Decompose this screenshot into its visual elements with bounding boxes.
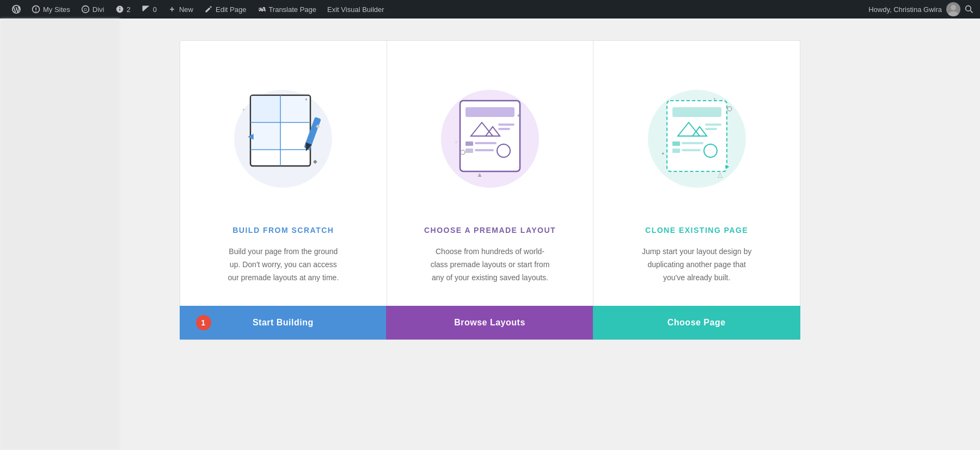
- svg-text:+: +: [455, 139, 458, 145]
- translate-page-label: Translate Page: [268, 5, 316, 14]
- svg-text:+: +: [242, 107, 245, 113]
- svg-rect-23: [465, 107, 514, 117]
- new-label: New: [179, 5, 193, 14]
- svg-text:●: ●: [305, 97, 308, 102]
- svg-text:◀: ◀: [248, 132, 254, 140]
- svg-rect-27: [498, 128, 510, 130]
- svg-text:♦: ♦: [517, 113, 520, 118]
- new-menu[interactable]: New: [162, 0, 199, 19]
- svg-rect-30: [465, 149, 473, 153]
- browse-layouts-label: Browse Layouts: [454, 318, 525, 328]
- divi-label: Divi: [93, 5, 105, 14]
- exit-builder-link[interactable]: Exit Visual Builder: [322, 0, 390, 19]
- card-clone-body: CLONE EXISTING PAGE Jump start your layo…: [593, 226, 800, 306]
- my-sites-label: My Sites: [43, 5, 70, 14]
- svg-rect-13: [251, 123, 280, 149]
- card-scratch-body: BUILD FROM SCRATCH Build your page from …: [180, 226, 387, 306]
- card-scratch-desc: Build your page from the ground up. Don'…: [202, 245, 365, 284]
- svg-text:●: ●: [661, 151, 664, 156]
- svg-text:D: D: [84, 7, 87, 12]
- comments-count: 0: [153, 5, 157, 14]
- svg-rect-46: [682, 142, 703, 144]
- svg-text:-: -: [517, 164, 519, 170]
- admin-bar: My Sites D Divi 2 0 New Edit Page Transl…: [0, 0, 980, 19]
- edit-page-menu[interactable]: Edit Page: [199, 0, 252, 19]
- user-info: Howdy, Christina Gwira: [868, 2, 973, 16]
- card-clone: △ ► ● + CLONE EXISTING PAGE Jump start y…: [593, 40, 800, 340]
- svg-rect-29: [475, 142, 497, 144]
- main-content: ◀ ◆ + ● ◆ BUILD FROM SCRATCH Build your …: [0, 19, 980, 450]
- svg-rect-44: [705, 128, 717, 130]
- svg-text:△: △: [718, 171, 723, 178]
- card-scratch: ◀ ◆ + ● ◆ BUILD FROM SCRATCH Build your …: [180, 40, 387, 340]
- svg-rect-48: [682, 149, 701, 151]
- svg-rect-11: [251, 96, 280, 122]
- start-building-badge: 1: [196, 315, 211, 330]
- updates-count: 2: [127, 5, 131, 14]
- card-premade-desc: Choose from hundreds of world-class prem…: [409, 245, 572, 284]
- svg-rect-28: [465, 141, 473, 146]
- translate-page-menu[interactable]: Translate Page: [252, 0, 322, 19]
- wp-logo[interactable]: [7, 0, 26, 19]
- avatar: [946, 2, 960, 16]
- svg-rect-31: [475, 149, 494, 151]
- exit-builder-label: Exit Visual Builder: [327, 5, 384, 14]
- search-icon[interactable]: [965, 5, 973, 14]
- svg-text:◆: ◆: [313, 158, 317, 164]
- svg-point-4: [966, 6, 971, 11]
- choose-page-button[interactable]: Choose Page: [593, 306, 800, 340]
- card-clone-title: CLONE EXISTING PAGE: [645, 226, 748, 235]
- svg-text:►: ►: [724, 163, 731, 170]
- svg-rect-40: [672, 107, 721, 117]
- card-clone-desc: Jump start your layout design by duplica…: [615, 245, 778, 284]
- my-sites-menu[interactable]: My Sites: [26, 0, 76, 19]
- svg-text:◆: ◆: [316, 123, 320, 129]
- divi-menu[interactable]: D Divi: [76, 0, 110, 19]
- browse-layouts-button[interactable]: Browse Layouts: [386, 306, 593, 340]
- card-scratch-title: BUILD FROM SCRATCH: [232, 226, 334, 235]
- svg-text:▲: ▲: [476, 171, 483, 178]
- card-premade-illustration: ▲ + ♦ -: [387, 41, 593, 226]
- card-clone-illustration: △ ► ● +: [593, 41, 800, 226]
- updates-menu[interactable]: 2: [110, 0, 136, 19]
- sidebar-background: [0, 19, 120, 450]
- card-premade: ▲ + ♦ - CHOOSE A PREMADE LAYOUT Choose f…: [387, 40, 594, 340]
- card-premade-body: CHOOSE A PREMADE LAYOUT Choose from hund…: [387, 226, 593, 306]
- svg-point-3: [948, 11, 958, 16]
- edit-page-label: Edit Page: [216, 5, 246, 14]
- start-building-label: Start Building: [253, 318, 314, 328]
- user-greeting: Howdy, Christina Gwira: [868, 5, 942, 14]
- choose-page-label: Choose Page: [667, 318, 726, 328]
- card-scratch-illustration: ◀ ◆ + ● ◆: [180, 41, 387, 226]
- card-premade-title: CHOOSE A PREMADE LAYOUT: [424, 226, 556, 235]
- svg-rect-45: [672, 141, 680, 146]
- start-building-button[interactable]: 1 Start Building: [180, 306, 387, 340]
- svg-rect-47: [672, 149, 680, 153]
- svg-text:+: +: [713, 96, 716, 102]
- svg-point-2: [951, 5, 956, 10]
- comments-menu[interactable]: 0: [136, 0, 162, 19]
- cards-container: ◀ ◆ + ● ◆ BUILD FROM SCRATCH Build your …: [180, 40, 800, 340]
- svg-rect-26: [498, 124, 514, 126]
- svg-rect-43: [705, 124, 721, 126]
- svg-point-51: [727, 107, 732, 111]
- svg-line-5: [970, 10, 972, 13]
